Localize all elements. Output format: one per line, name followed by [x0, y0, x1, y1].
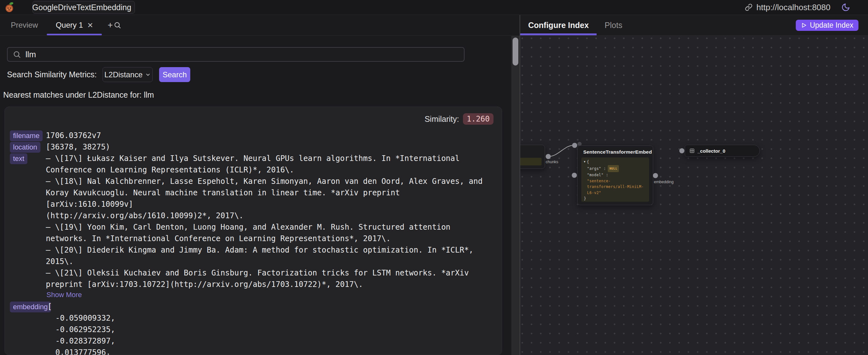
- json-args-key: "args" :: [587, 166, 606, 172]
- search-icon: [13, 50, 21, 59]
- results-heading: Nearest matches under L2Distance for: ll…: [3, 90, 511, 100]
- embed-node-input-port[interactable]: [572, 143, 577, 148]
- tab-query-1[interactable]: Query 1 ×: [47, 15, 102, 35]
- metric-dropdown[interactable]: L2Distance: [102, 67, 153, 82]
- main-split: Preview Query 1 × + Search Similarity Me…: [0, 15, 868, 355]
- field-row-location: location [36378, 38275): [10, 141, 502, 153]
- result-fields: filename 1706.03762v7 location [36378, 3…: [5, 130, 502, 355]
- field-row-embedding: embedding [ -0.059009332, -0.062952235, …: [10, 301, 502, 355]
- text-field-cell: – \[17\] Łukasz Kaiser and Ilya Sutskeve…: [46, 153, 502, 301]
- source-node-field: [520, 158, 541, 165]
- embed-node[interactable]: SentenceTransformerEmbed ▼ { "args" : NU…: [577, 146, 653, 205]
- json-open-brace: {: [587, 159, 589, 165]
- location-value: [36378, 38275): [46, 141, 502, 153]
- tab-query-1-label: Query 1: [56, 21, 83, 30]
- left-panel-scrollbar: [511, 36, 520, 355]
- tab-preview[interactable]: Preview: [2, 15, 47, 35]
- chevron-down-icon: [145, 72, 151, 77]
- update-index-button[interactable]: Update Index: [796, 20, 859, 31]
- chunks-edge-label: chunks: [546, 160, 558, 164]
- close-tab-icon[interactable]: ×: [88, 20, 93, 30]
- text-show-more-link[interactable]: Show More: [46, 291, 82, 299]
- tab-configure-index[interactable]: Configure Index: [520, 15, 597, 35]
- text-field-badge: text: [10, 153, 27, 164]
- similarity-badge: 1.260: [463, 113, 494, 125]
- json-model-value: "sentence- transformers/all-MiniLM- L6-v…: [584, 178, 647, 196]
- location-field-badge: location: [10, 142, 40, 153]
- tab-plots-label: Plots: [604, 21, 622, 30]
- embedding-output-port[interactable]: [653, 173, 658, 178]
- app-logo-mascot-icon: [4, 2, 14, 13]
- json-model-row: "model" :: [584, 172, 647, 178]
- query-tabbar: Preview Query 1 × +: [0, 15, 511, 36]
- pipeline-selector-value: GoogleDriveTextEmbedding: [32, 3, 131, 12]
- embedding-field-cell: [ -0.059009332, -0.062952235, -0.0283728…: [46, 301, 502, 355]
- link-icon: [745, 3, 752, 11]
- pipeline-selector-dropdown[interactable]: GoogleDriveTextEmbedding: [32, 1, 135, 14]
- collector-node[interactable]: _collector_0: [685, 145, 760, 157]
- server-url: http://localhost:8080: [756, 3, 831, 12]
- filename-value: 1706.03762v7: [46, 130, 502, 141]
- tab-configure-index-label: Configure Index: [528, 21, 589, 30]
- search-button[interactable]: Search: [159, 67, 190, 82]
- result-card: Similarity: 1.260 filename 1706.03762v7 …: [4, 106, 502, 355]
- metrics-label: Search Similarity Metrics:: [7, 70, 97, 79]
- search-icon: [114, 21, 121, 29]
- embed-node-json-viewer[interactable]: ▼ { "args" : NULL "model" : "sentence- t…: [581, 158, 649, 202]
- collector-node-title: _collector_0: [698, 148, 725, 154]
- field-row-filename: filename 1706.03762v7: [10, 130, 502, 141]
- collapse-triangle-icon[interactable]: ▼: [584, 159, 585, 165]
- json-open-row[interactable]: ▼ {: [584, 159, 647, 165]
- query-content: Search Similarity Metrics: L2Distance Se…: [0, 36, 511, 355]
- embed-node-header: SentenceTransformerEmbed: [578, 146, 653, 158]
- field-row-text: text – \[17\] Łukasz Kaiser and Ilya Sut…: [10, 153, 502, 301]
- plus-icon: +: [107, 20, 113, 30]
- embedding-values: -0.059009332, -0.062952235, -0.028372897…: [46, 312, 502, 355]
- new-query-tab-button[interactable]: +: [104, 15, 124, 35]
- filename-field-badge: filename: [10, 130, 43, 141]
- pipeline-canvas[interactable]: chunks SentenceTransformerEmbed ▼ { "arg…: [520, 36, 868, 355]
- edge-chunks-to-embed: [520, 36, 868, 355]
- topbar-right-group: http://localhost:8080: [745, 3, 850, 12]
- json-close-brace: }: [584, 196, 647, 202]
- scrollbar-thumb[interactable]: [513, 37, 518, 66]
- similarity-label: Similarity:: [425, 115, 459, 124]
- dark-mode-moon-icon[interactable]: [841, 3, 850, 12]
- metrics-row: Search Similarity Metrics: L2Distance Se…: [7, 67, 511, 82]
- topbar: GoogleDriveTextEmbedding http://localhos…: [0, 0, 868, 15]
- metric-dropdown-value: L2Distance: [104, 70, 143, 79]
- embedding-field-badge: embedding: [10, 301, 51, 312]
- json-model-key: "model" :: [587, 172, 608, 178]
- query-search-box: [7, 47, 465, 62]
- query-search-input[interactable]: [26, 50, 439, 60]
- index-panel: Configure Index Plots Update Index chunk…: [520, 15, 868, 355]
- query-panel: Preview Query 1 × + Search Similarity Me…: [0, 15, 511, 355]
- play-icon: [801, 22, 807, 28]
- update-index-label: Update Index: [810, 21, 854, 30]
- json-args-row: "args" : NULL: [584, 165, 647, 172]
- embedding-edge-label: embedding: [654, 180, 674, 184]
- index-tabbar: Configure Index Plots Update Index: [520, 15, 868, 36]
- chunks-output-port[interactable]: [546, 154, 551, 159]
- source-node-partial[interactable]: [520, 145, 545, 169]
- similarity-row: Similarity: 1.260: [5, 107, 502, 125]
- json-null-badge: NULL: [608, 165, 619, 172]
- collector-input-port[interactable]: [679, 148, 684, 153]
- tab-plots[interactable]: Plots: [597, 15, 630, 35]
- tab-preview-label: Preview: [11, 21, 38, 30]
- text-value: – \[17\] Łukasz Kaiser and Ilya Sutskeve…: [46, 153, 491, 290]
- embed-node-title: SentenceTransformerEmbed: [583, 149, 652, 155]
- collector-grid-icon: [689, 148, 694, 153]
- embed-node-left-port[interactable]: [572, 173, 577, 178]
- embedding-open-bracket: [: [48, 301, 502, 312]
